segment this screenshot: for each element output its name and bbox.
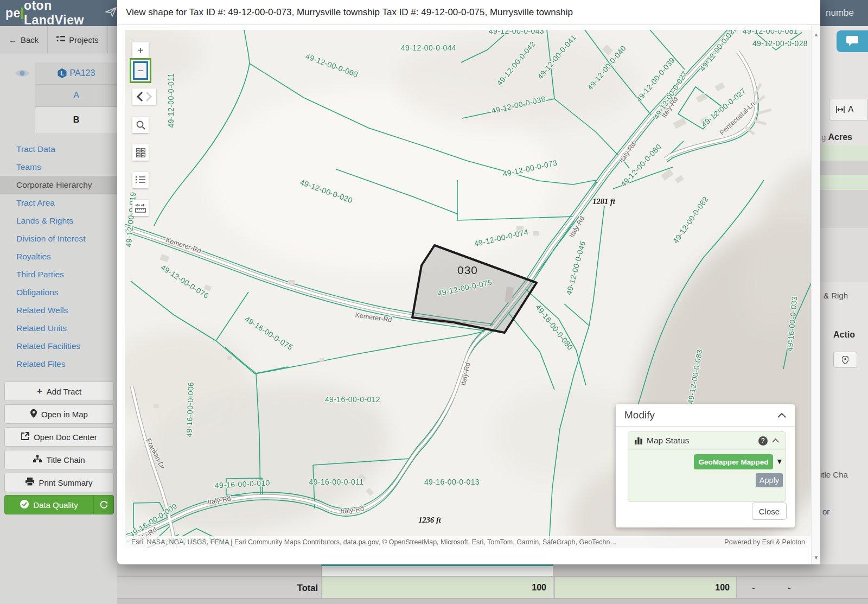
nav-third-parties[interactable]: Third Parties [0,265,117,283]
elevation-label: 1281 ft [592,197,615,206]
parcel-label: 49-12-00-0-028 [752,39,808,48]
comment-icon [846,36,858,47]
background-right-panel: numbe A g Acres & Righ Actio itle Cha or… [820,0,868,604]
parcel-label: 49-16-00-0-013 [424,478,480,486]
scroll-down-arrow[interactable]: ▼ [812,553,821,562]
nav-related-wells[interactable]: Related Wells [0,301,117,319]
nav-related-units[interactable]: Related Units [0,319,117,337]
parcel-label: 49-12-00-0-043 [489,30,544,35]
total-dash-cell: - [737,577,770,599]
nav-related-facilities[interactable]: Related Facilities [0,337,117,355]
refresh-icon [100,501,108,509]
parcel-label: 49-16-00-0-011 [309,478,363,486]
nav-division-of-interest[interactable]: Division of Interest [0,230,117,247]
nav-tract-area[interactable]: Tract Area [0,194,117,212]
nav-obligations[interactable]: Obligations [0,283,117,301]
app-header: peoton LandView [0,0,117,26]
eye-icon[interactable] [14,67,30,81]
nav-tract-data[interactable]: Tract Data [0,140,117,158]
data-quality-button-group: Data Quality [4,495,114,514]
app-logo: peoton LandView [5,0,99,28]
nav-corporate-hierarchy[interactable]: Corporate Hierarchy [0,176,117,194]
parcel-label: 49-16-00-0-080 [534,303,575,352]
tab-a[interactable]: A [35,85,117,107]
zoom-out-button[interactable]: − [130,58,151,83]
modal-scrollbar[interactable]: ▲ ▼ [811,26,820,564]
locate-button[interactable] [833,352,857,368]
tab-b[interactable]: B [35,107,117,133]
map-status-label: Map Status [647,436,754,446]
parcel-label: 49-12-00-0-082 [671,195,710,245]
parcel-label: 49-12-00-0-044 [401,43,456,52]
measure-button[interactable] [132,200,149,216]
total-dash-cell: - [770,577,808,599]
tab-pa123[interactable]: L PA123 [35,62,117,85]
nav-teams[interactable]: Teams [0,158,117,176]
nav-royalties[interactable]: Royalties [0,247,117,265]
comment-button[interactable] [837,30,868,52]
selected-parcel-number: 030 [457,264,478,276]
apply-button[interactable]: Apply [756,473,783,487]
sitemap-icon [33,455,42,465]
paper-plane-icon [105,7,117,20]
search-button[interactable] [132,117,149,133]
modify-panel-header[interactable]: Modify [616,404,795,427]
parcel-label: 49-12-00-0-068 [304,52,359,79]
help-icon[interactable]: ? [758,436,768,446]
back-button[interactable]: ← Back [0,26,48,54]
table-row [820,228,868,282]
road-label: Italy-Rd [459,362,472,386]
printer-icon [25,478,34,487]
parcel-label: 49-12-00-0-081 [743,30,798,35]
or-partial-label: or [822,507,829,516]
map-pin-icon [30,409,37,419]
minus-icon: − [137,65,144,77]
elevation-label: 1236 ft [418,516,441,524]
table-row [820,161,868,175]
close-button[interactable]: Close [752,503,787,520]
table-row [117,598,868,604]
zoom-in-button[interactable]: + [132,42,149,59]
title-chain-button[interactable]: Title Chain [4,450,114,469]
acres-header: g Acres [821,132,852,142]
search-icon [136,120,145,130]
basemap-gallery-button[interactable] [132,144,149,161]
map-status-header[interactable]: Map Status ? [628,432,786,450]
parcel-label: 49-12-00-0-046 [564,240,587,296]
modify-title: Modify [624,409,655,421]
add-tract-button[interactable]: +Add Tract [4,382,114,401]
basemap-gallery-icon [136,148,145,157]
table-row [820,145,868,161]
nav-lands-rights[interactable]: Lands & Rights [0,212,117,230]
layer-list-button[interactable] [132,172,149,188]
status-badge[interactable]: GeoMapper Mapped [694,454,773,469]
map-viewport[interactable]: 49-12-00-0-01149-12-00-0-04449-12-00-0-0… [125,30,812,548]
print-summary-button[interactable]: Print Summary [4,473,114,492]
data-quality-button[interactable]: Data Quality [5,495,94,514]
projects-button[interactable]: Projects [48,26,107,54]
chevron-up-icon[interactable] [772,438,779,443]
sidebar-toolbar: ← Back Projects [0,26,117,54]
partial-a-button[interactable]: A [829,99,868,120]
external-link-icon [21,432,29,442]
caret-down-icon[interactable]: ▼ [776,457,783,466]
measure-icon [135,204,146,213]
back-arrow-icon: ← [9,35,17,44]
parcel-label: 49-12-00-0-076 [159,263,210,300]
table-row [820,175,868,190]
total-value-cell: 100 [321,577,553,599]
open-in-map-button[interactable]: Open in Map [4,404,114,424]
attribution-powered-by: Powered by Esri & Peloton [724,538,805,546]
chevron-up-icon[interactable] [777,413,786,418]
refresh-button[interactable] [94,495,113,514]
total-value-cell: 100 [554,577,737,599]
bar-chart-icon [635,437,642,444]
scroll-up-arrow[interactable]: ▲ [812,30,821,39]
extent-history-button[interactable] [132,88,156,105]
tract-hexagon-icon: L [58,68,67,78]
view-shape-modal: View shape for Tax ID #: 49-12-00-0-073,… [117,0,820,564]
selected-cell[interactable] [321,564,553,576]
open-doc-center-button[interactable]: Open Doc Center [4,427,114,447]
nav-related-files[interactable]: Related Files [0,355,117,373]
map-pin-icon [842,356,848,364]
